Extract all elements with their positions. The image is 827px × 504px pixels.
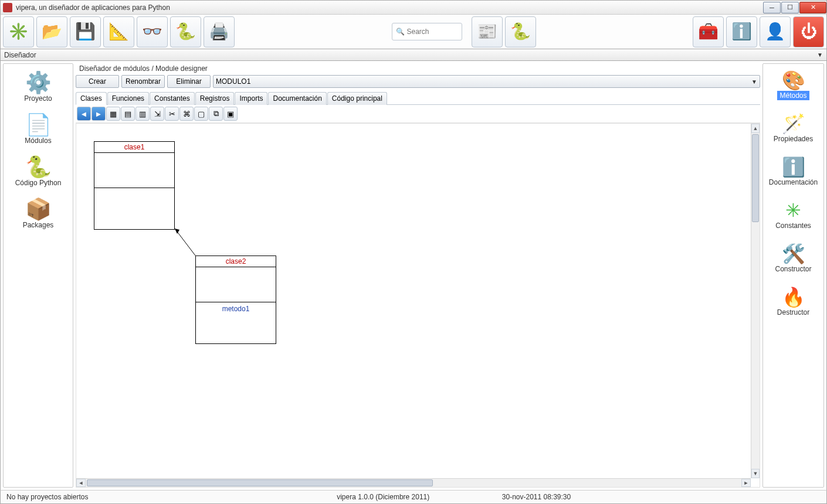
tools-button[interactable]: 🧰 [693, 16, 724, 47]
sidebar-item-packages[interactable]: 📦 Packages [4, 195, 73, 235]
delete-button[interactable]: Eliminar [167, 75, 211, 88]
user-button[interactable]: 👤 [760, 16, 791, 47]
mini-toolbar: ◄ ► ▦ ▤ ▥ ⇲ ✂ ⌘ ▢ ⧉ ▣ [76, 105, 760, 123]
save-button[interactable]: 💾 [70, 16, 101, 47]
nav-forward-button[interactable]: ► [91, 107, 106, 121]
class-attrs-section [94, 153, 174, 188]
right-item-constructor[interactable]: 🛠️ Constructor [763, 241, 823, 282]
tab-clases[interactable]: Clases [76, 92, 107, 105]
rename-button[interactable]: Renombrar [121, 75, 165, 88]
package-icon: 📦 [25, 199, 52, 220]
right-item-metodos[interactable]: 🎨 Métodos [763, 67, 823, 108]
class-box-clase2[interactable]: clase2 metodo1 [195, 256, 276, 344]
right-item-constantes[interactable]: ✳ Constantes [763, 197, 823, 239]
wand-icon: 🪄 [782, 114, 805, 133]
minimize-button[interactable]: ─ [763, 2, 781, 13]
class-name: clase1 [94, 142, 174, 153]
nav-back-button[interactable]: ◄ [77, 107, 91, 121]
mini-tool-5[interactable]: ✂ [165, 107, 179, 121]
vertical-scrollbar[interactable]: ▲ ▼ [751, 124, 760, 478]
sidebar-item-label: Módulos [25, 137, 51, 145]
print-button[interactable]: 🖨️ [204, 16, 235, 47]
asterisk-icon: ✳ [785, 201, 801, 220]
python-snake-button[interactable]: 🐍 [170, 16, 201, 47]
mini-tool-6[interactable]: ⌘ [179, 107, 194, 121]
wrench-icon: 🛠️ [782, 244, 805, 263]
mini-tool-1[interactable]: ▦ [106, 107, 120, 121]
mini-tool-2[interactable]: ▤ [121, 107, 135, 121]
news-icon: 📰 [477, 23, 497, 40]
new-button[interactable]: ✳️ [3, 16, 34, 47]
class-box-clase1[interactable]: clase1 [94, 141, 175, 230]
scroll-thumb[interactable] [752, 134, 759, 222]
mini-tool-4[interactable]: ⇲ [150, 107, 164, 121]
user-icon: 👤 [765, 23, 785, 40]
open-button[interactable]: 📂 [36, 16, 67, 47]
status-left: No hay proyectos abiertos [1, 493, 331, 501]
view-button[interactable]: 👓 [137, 16, 168, 47]
scroll-down-icon[interactable]: ▼ [751, 469, 760, 478]
sidebar-item-modulos[interactable]: 📄 Módulos [4, 111, 73, 151]
right-item-label: Constructor [772, 264, 814, 274]
subheader[interactable]: Diseñador ▼ [0, 49, 827, 61]
info-button[interactable]: ℹ️ [726, 16, 757, 47]
statusbar: No hay proyectos abiertos vipera 1.0.0 (… [0, 490, 827, 504]
tab-documentacion[interactable]: Documentación [268, 92, 326, 105]
tab-imports[interactable]: Imports [235, 92, 267, 105]
sidebar-item-proyecto[interactable]: ⚙️ Proyecto [4, 69, 73, 108]
scroll-right-icon[interactable]: ► [741, 479, 751, 487]
info-icon: ℹ️ [731, 23, 752, 40]
right-item-destructor[interactable]: 🔥 Destructor [763, 284, 823, 325]
right-item-label: Propiedades [771, 134, 815, 144]
printer-icon: 🖨️ [209, 23, 229, 40]
snake-icon: 🐍 [175, 23, 196, 40]
class-diagram-canvas[interactable]: clase1 clase2 metodo1 [76, 124, 751, 478]
power-button[interactable]: ⏻ [793, 16, 824, 47]
left-panel: ⚙️ Proyecto 📄 Módulos 🐍 Código Python 📦 … [3, 63, 73, 488]
mini-tool-9[interactable]: ▣ [223, 107, 238, 121]
right-item-label: Documentación [767, 178, 820, 187]
mini-tool-8[interactable]: ⧉ [209, 107, 223, 121]
titlebar: vipera, un diseñador de aplicaciones par… [0, 0, 827, 14]
sidebar-item-codigo-python[interactable]: 🐍 Código Python [4, 153, 73, 193]
close-button[interactable]: ✕ [799, 2, 826, 13]
tab-codigo-principal[interactable]: Código principal [327, 92, 387, 105]
scroll-up-icon[interactable]: ▲ [751, 124, 760, 133]
chevron-down-icon: ▼ [751, 79, 757, 85]
mini-tool-7[interactable]: ▢ [194, 107, 208, 121]
news-button[interactable]: 📰 [472, 16, 503, 47]
right-item-documentacion[interactable]: ℹ️ Documentación [763, 154, 823, 195]
tab-registros[interactable]: Registros [195, 92, 235, 105]
maximize-button[interactable]: ☐ [781, 2, 799, 13]
module-select-value: MODULO1 [216, 77, 250, 86]
sidebar-item-label: Código Python [15, 179, 62, 187]
scroll-left-icon[interactable]: ◄ [76, 479, 86, 487]
module-select[interactable]: MODULO1 ▼ [213, 75, 760, 88]
python-button[interactable]: 🐍 [505, 16, 536, 47]
right-item-label: Destructor [775, 308, 812, 317]
right-item-propiedades[interactable]: 🪄 Propiedades [763, 111, 823, 152]
save-icon: 💾 [75, 23, 96, 40]
tab-constantes[interactable]: Constantes [150, 92, 195, 105]
sidebar-item-label: Proyecto [24, 94, 52, 103]
triangle-ruler-icon: 📐 [109, 23, 129, 40]
search-input[interactable] [407, 28, 458, 36]
mini-tool-3[interactable]: ▥ [135, 107, 150, 121]
scroll-thumb[interactable] [87, 479, 433, 486]
tabs-row: Clases Funciones Constantes Registros Im… [76, 91, 760, 105]
search-box[interactable]: 🔍 [392, 23, 462, 40]
create-button[interactable]: Crear [76, 75, 119, 88]
horizontal-scrollbar[interactable]: ◄ ► [76, 478, 751, 487]
new-icon: ✳️ [8, 23, 29, 40]
svg-line-0 [175, 229, 195, 256]
design-button[interactable]: 📐 [103, 16, 134, 47]
center-panel: Diseñador de módulos / Module designer C… [76, 63, 760, 488]
python-icon: 🐍 [510, 23, 531, 40]
window-title: vipera, un diseñador de aplicaciones par… [15, 4, 762, 12]
right-item-label: Constantes [773, 221, 814, 230]
tools-icon: 🧰 [698, 23, 718, 40]
status-mid: vipera 1.0.0 (Diciembre 2011) [331, 493, 496, 501]
folder-icon: 📂 [42, 23, 62, 40]
palette-icon: 🎨 [782, 71, 805, 90]
tab-funciones[interactable]: Funciones [107, 92, 149, 105]
